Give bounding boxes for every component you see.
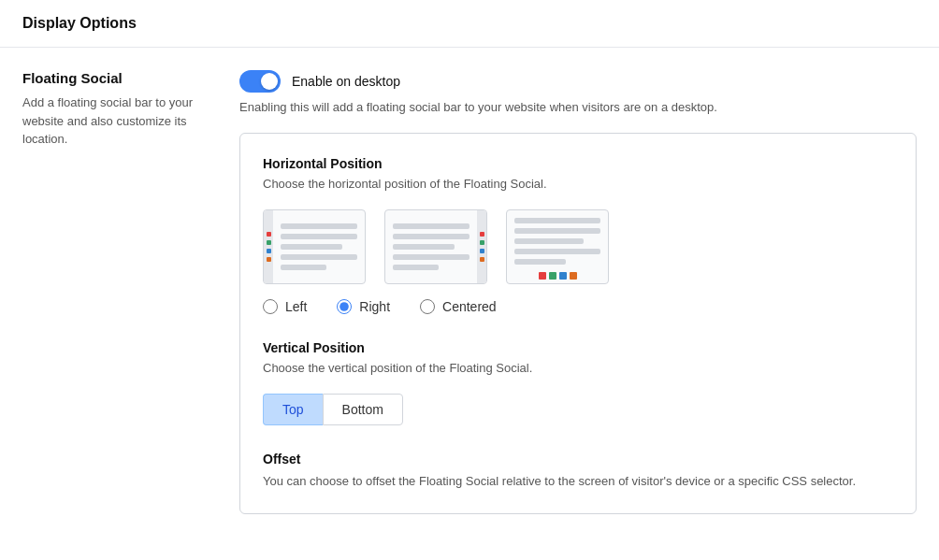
enable-desktop-toggle[interactable] bbox=[239, 70, 281, 93]
page-title: Display Options bbox=[22, 15, 917, 32]
enable-desktop-label: Enable on desktop bbox=[292, 74, 400, 89]
enable-desktop-description: Enabling this will add a floating social… bbox=[239, 100, 917, 114]
horizontal-position-title: Horizontal Position bbox=[263, 156, 893, 171]
position-preview-centered bbox=[506, 209, 609, 284]
position-card: Horizontal Position Choose the horizonta… bbox=[239, 133, 917, 514]
vertical-position-title: Vertical Position bbox=[263, 340, 893, 355]
position-icons bbox=[263, 209, 893, 284]
radio-centered-label: Centered bbox=[442, 299, 497, 314]
offset-description: You can choose to offset the Floating So… bbox=[263, 472, 893, 491]
vertical-position-btn-group: Top Bottom bbox=[263, 394, 893, 425]
sidebar-heading: Floating Social bbox=[22, 70, 209, 86]
radio-right[interactable]: Right bbox=[337, 299, 390, 314]
radio-right-label: Right bbox=[359, 299, 390, 314]
horizontal-position-desc: Choose the horizontal position of the Fl… bbox=[263, 177, 893, 191]
radio-left-label: Left bbox=[285, 299, 307, 314]
radio-centered[interactable]: Centered bbox=[420, 299, 497, 314]
radio-left[interactable]: Left bbox=[263, 299, 307, 314]
vertical-position-desc: Choose the vertical position of the Floa… bbox=[263, 361, 893, 375]
sidebar-description: Add a floating social bar to your websit… bbox=[22, 93, 209, 149]
offset-section: Offset You can choose to offset the Floa… bbox=[263, 452, 893, 491]
position-preview-left bbox=[263, 209, 366, 284]
horizontal-position-radio-group: Left Right Centered bbox=[263, 299, 893, 314]
vertical-bottom-button[interactable]: Bottom bbox=[323, 394, 403, 425]
vertical-top-button[interactable]: Top bbox=[263, 394, 323, 425]
position-preview-right bbox=[384, 209, 487, 284]
offset-title: Offset bbox=[263, 452, 893, 467]
